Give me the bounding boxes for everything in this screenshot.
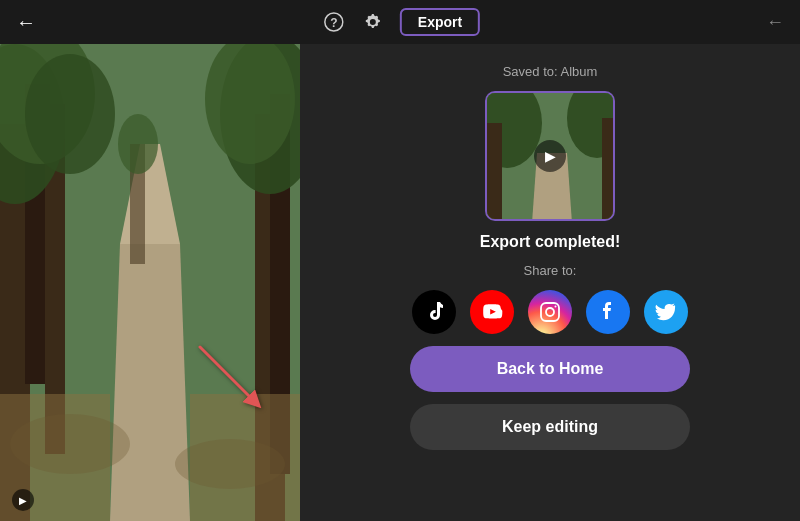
- instagram-share-button[interactable]: [528, 290, 572, 334]
- svg-line-22: [200, 347, 255, 402]
- header-right: ←: [766, 12, 784, 33]
- svg-rect-11: [255, 114, 285, 521]
- settings-icon[interactable]: [360, 8, 388, 36]
- back-to-home-button[interactable]: Back to Home: [410, 346, 690, 392]
- svg-point-13: [220, 44, 300, 194]
- header: ← ? Export ←: [0, 0, 800, 44]
- svg-rect-26: [487, 123, 502, 221]
- svg-marker-3: [110, 244, 190, 521]
- tiktok-share-button[interactable]: [412, 290, 456, 334]
- youtube-share-button[interactable]: [470, 290, 514, 334]
- export-completed-text: Export completed!: [480, 233, 620, 251]
- twitter-share-button[interactable]: [644, 290, 688, 334]
- svg-rect-12: [270, 94, 290, 474]
- keep-editing-button[interactable]: Keep editing: [410, 404, 690, 450]
- svg-text:?: ?: [330, 16, 337, 30]
- svg-rect-5: [0, 124, 30, 521]
- video-thumbnail[interactable]: ▶: [485, 91, 615, 221]
- svg-point-14: [205, 44, 295, 164]
- main-layout: ▶ Saved to: Album ▶ Export completed! S: [0, 44, 800, 521]
- export-panel: Saved to: Album ▶ Export completed! Shar…: [300, 44, 800, 521]
- share-label: Share to:: [524, 263, 577, 278]
- svg-rect-7: [45, 104, 65, 454]
- svg-point-8: [0, 44, 65, 204]
- saved-label: Saved to: Album: [503, 64, 598, 79]
- svg-point-19: [10, 414, 130, 474]
- video-preview-panel: ▶: [0, 44, 300, 521]
- export-button[interactable]: Export: [400, 8, 480, 36]
- svg-point-31: [546, 308, 554, 316]
- video-preview: [0, 44, 300, 521]
- forward-arrow-icon[interactable]: ←: [766, 12, 784, 33]
- help-icon[interactable]: ?: [320, 8, 348, 36]
- svg-rect-18: [190, 394, 300, 521]
- svg-rect-28: [602, 118, 615, 221]
- facebook-share-button[interactable]: [586, 290, 630, 334]
- svg-rect-30: [541, 303, 559, 321]
- play-button[interactable]: ▶: [12, 489, 34, 511]
- svg-point-10: [25, 54, 115, 174]
- social-share-row: [412, 290, 688, 334]
- thumbnail-play-icon: ▶: [534, 140, 566, 172]
- svg-rect-6: [25, 84, 50, 384]
- svg-marker-4: [120, 144, 180, 244]
- svg-rect-2: [0, 44, 300, 521]
- header-center: ? Export: [320, 8, 480, 36]
- svg-point-9: [0, 44, 95, 164]
- svg-rect-15: [130, 144, 145, 264]
- svg-point-32: [555, 306, 557, 308]
- back-arrow-icon[interactable]: ←: [16, 11, 36, 34]
- arrow-indicator: [190, 337, 270, 421]
- header-left: ←: [16, 11, 36, 34]
- svg-point-16: [118, 114, 158, 174]
- svg-point-20: [175, 439, 285, 489]
